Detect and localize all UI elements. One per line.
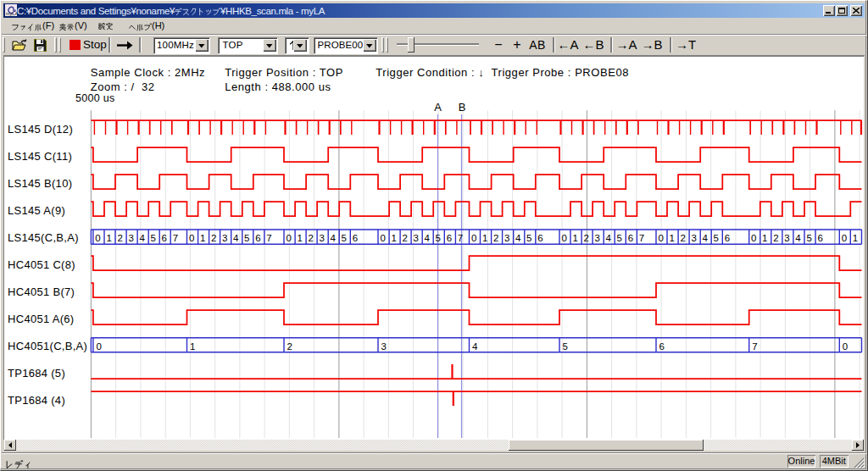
svg-text:LS145 B(10): LS145 B(10) bbox=[8, 177, 72, 190]
svg-text:0: 0 bbox=[95, 233, 100, 243]
svg-text:2: 2 bbox=[403, 233, 408, 243]
svg-text:2: 2 bbox=[309, 233, 314, 243]
svg-text:3: 3 bbox=[320, 233, 325, 243]
svg-text:3: 3 bbox=[381, 341, 387, 352]
svg-text:2: 2 bbox=[681, 233, 686, 243]
svg-text:3: 3 bbox=[595, 233, 600, 243]
svg-text:6: 6 bbox=[817, 233, 822, 243]
svg-text:A: A bbox=[434, 101, 442, 114]
svg-text:3: 3 bbox=[222, 233, 227, 243]
svg-text:0: 0 bbox=[843, 341, 848, 352]
svg-text:7: 7 bbox=[173, 233, 178, 243]
svg-text:1: 1 bbox=[572, 233, 577, 243]
svg-text:2: 2 bbox=[117, 233, 122, 243]
svg-text:4: 4 bbox=[331, 233, 337, 243]
svg-text:3: 3 bbox=[129, 233, 134, 243]
svg-text:5: 5 bbox=[563, 341, 568, 352]
svg-text:HC4051 A(6): HC4051 A(6) bbox=[8, 313, 74, 325]
svg-text:HC4051(C,B,A): HC4051(C,B,A) bbox=[8, 340, 87, 352]
svg-text:6: 6 bbox=[255, 233, 260, 243]
svg-text:3: 3 bbox=[784, 233, 789, 243]
svg-text:4: 4 bbox=[606, 233, 612, 243]
svg-text:0: 0 bbox=[561, 233, 566, 243]
svg-text:4: 4 bbox=[515, 233, 521, 243]
svg-text:1: 1 bbox=[669, 233, 674, 243]
svg-text:1: 1 bbox=[297, 233, 302, 243]
svg-text:5: 5 bbox=[617, 233, 622, 243]
svg-text:5: 5 bbox=[244, 233, 249, 243]
svg-text:1: 1 bbox=[853, 233, 858, 243]
svg-text:3: 3 bbox=[692, 233, 697, 243]
svg-text:2: 2 bbox=[773, 233, 778, 243]
svg-text:1: 1 bbox=[391, 233, 396, 243]
svg-text:5: 5 bbox=[714, 233, 719, 243]
svg-text:LS145(C,B,A): LS145(C,B,A) bbox=[8, 231, 79, 244]
svg-text:TP1684 (4): TP1684 (4) bbox=[8, 394, 65, 407]
svg-text:7: 7 bbox=[266, 233, 271, 243]
svg-text:6: 6 bbox=[537, 233, 542, 243]
svg-text:LS145 D(12): LS145 D(12) bbox=[8, 123, 73, 136]
svg-text:0: 0 bbox=[380, 233, 385, 243]
svg-text:HC4051 C(8): HC4051 C(8) bbox=[8, 258, 75, 271]
svg-text:4: 4 bbox=[472, 341, 478, 352]
svg-text:B: B bbox=[459, 101, 466, 114]
svg-text:0: 0 bbox=[658, 233, 663, 243]
svg-text:1: 1 bbox=[190, 341, 195, 352]
svg-text:6: 6 bbox=[725, 233, 730, 243]
svg-text:7: 7 bbox=[752, 341, 757, 352]
svg-text:6: 6 bbox=[447, 233, 452, 243]
svg-text:5: 5 bbox=[342, 233, 347, 243]
svg-text:2: 2 bbox=[287, 341, 292, 352]
svg-text:0: 0 bbox=[286, 233, 291, 243]
svg-text:0: 0 bbox=[471, 233, 476, 243]
svg-text:TP1684 (5): TP1684 (5) bbox=[8, 367, 65, 380]
svg-text:7: 7 bbox=[458, 233, 463, 243]
svg-text:LS145 C(11): LS145 C(11) bbox=[8, 150, 72, 163]
svg-text:1: 1 bbox=[482, 233, 487, 243]
svg-text:5: 5 bbox=[436, 233, 441, 243]
svg-text:5: 5 bbox=[806, 233, 811, 243]
svg-text:1: 1 bbox=[762, 233, 767, 243]
svg-text:2: 2 bbox=[211, 233, 216, 243]
svg-text:LS145 A(9): LS145 A(9) bbox=[8, 204, 65, 217]
svg-text:4: 4 bbox=[703, 233, 709, 243]
svg-text:HC4051 B(7): HC4051 B(7) bbox=[8, 285, 75, 298]
svg-text:4: 4 bbox=[140, 233, 146, 243]
svg-text:6: 6 bbox=[659, 341, 665, 352]
svg-text:5: 5 bbox=[526, 233, 531, 243]
svg-text:4: 4 bbox=[425, 233, 431, 243]
svg-text:3: 3 bbox=[504, 233, 509, 243]
svg-text:7: 7 bbox=[639, 233, 644, 243]
svg-text:4: 4 bbox=[795, 233, 801, 243]
svg-text:0: 0 bbox=[842, 233, 847, 243]
svg-text:5: 5 bbox=[151, 233, 156, 243]
svg-text:2: 2 bbox=[584, 233, 589, 243]
svg-text:6: 6 bbox=[353, 233, 358, 243]
svg-text:0: 0 bbox=[96, 341, 101, 352]
svg-text:4: 4 bbox=[233, 233, 239, 243]
svg-text:1: 1 bbox=[106, 233, 111, 243]
svg-text:1: 1 bbox=[200, 233, 205, 243]
svg-text:3: 3 bbox=[414, 233, 419, 243]
svg-text:0: 0 bbox=[751, 233, 756, 243]
svg-text:2: 2 bbox=[493, 233, 498, 243]
svg-text:6: 6 bbox=[162, 233, 167, 243]
svg-text:0: 0 bbox=[189, 233, 194, 243]
svg-text:6: 6 bbox=[628, 233, 633, 243]
